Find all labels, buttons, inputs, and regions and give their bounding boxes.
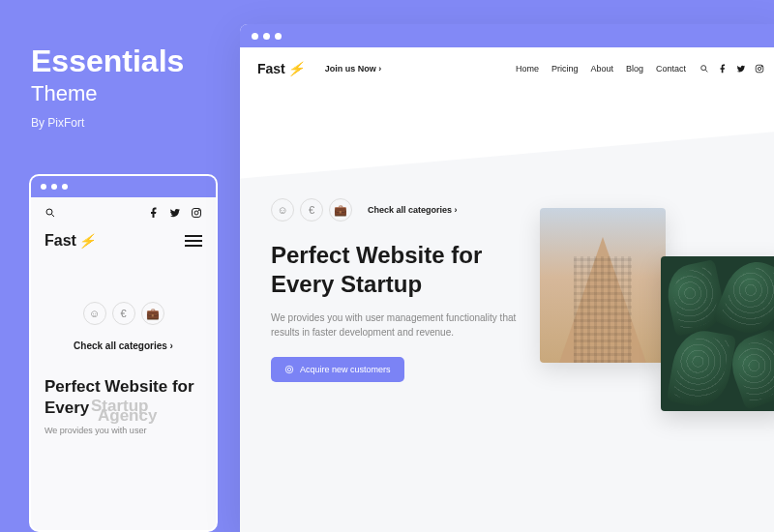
- svg-point-4: [198, 210, 199, 211]
- hero-section: ☺ € 💼 Check all categories › Perfect Web…: [271, 198, 522, 382]
- nav-pricing[interactable]: Pricing: [551, 64, 579, 74]
- svg-line-6: [705, 70, 707, 72]
- main-navigation: Fast⚡ Join us Now › Home Pricing About B…: [240, 47, 774, 90]
- facebook-icon[interactable]: [718, 64, 728, 74]
- svg-point-3: [194, 211, 198, 215]
- svg-point-9: [761, 66, 762, 67]
- promo-title: Essentials: [31, 44, 184, 79]
- hero-headline: Perfect Website for Every Startup Agency: [45, 376, 202, 419]
- hero-images: [540, 208, 666, 363]
- plant-image: [661, 256, 774, 411]
- globe-icon: €: [112, 302, 135, 325]
- nav-about[interactable]: About: [590, 64, 613, 74]
- svg-line-1: [52, 215, 55, 218]
- target-icon: [284, 365, 294, 374]
- promo-subtitle: Theme: [31, 81, 184, 106]
- mobile-window-chrome: [31, 176, 216, 197]
- hero-subtext: We provides you with user management fun…: [271, 310, 522, 340]
- promo-byline: By PixFort: [31, 116, 184, 130]
- acquire-customers-button[interactable]: Acquire new customers: [271, 357, 404, 382]
- globe-icon: €: [300, 198, 323, 222]
- briefcase-icon: 💼: [329, 198, 352, 222]
- facebook-icon[interactable]: [148, 207, 160, 219]
- hero-subtext: We provides you with user: [45, 425, 202, 438]
- promo-sidebar: Essentials Theme By PixFort: [31, 44, 184, 130]
- nav-blog[interactable]: Blog: [626, 64, 643, 74]
- svg-point-0: [46, 209, 52, 215]
- category-icons: ☺ € 💼: [271, 198, 352, 222]
- search-icon[interactable]: [700, 64, 709, 74]
- mobile-preview: Fast⚡ ☺ € 💼 Check all categories › Perfe…: [29, 174, 218, 532]
- search-icon[interactable]: [45, 207, 56, 219]
- person-icon: ☺: [271, 198, 294, 222]
- twitter-icon[interactable]: [169, 207, 181, 219]
- brand-logo[interactable]: Fast⚡: [257, 61, 304, 76]
- rotating-word-agency: Agency: [98, 405, 157, 427]
- desktop-preview: Fast⚡ Join us Now › Home Pricing About B…: [240, 24, 774, 532]
- category-icons: ☺ € 💼: [45, 302, 202, 325]
- person-icon: ☺: [83, 302, 106, 325]
- check-categories-link[interactable]: Check all categories ›: [45, 340, 202, 351]
- cta-label: Acquire new customers: [300, 365, 391, 374]
- hamburger-menu-icon[interactable]: [185, 235, 202, 247]
- instagram-icon[interactable]: [191, 207, 202, 219]
- svg-point-5: [701, 66, 706, 71]
- twitter-icon[interactable]: [736, 64, 746, 74]
- svg-point-8: [758, 67, 760, 70]
- svg-point-10: [285, 366, 293, 373]
- svg-point-11: [287, 368, 290, 370]
- briefcase-icon: 💼: [141, 302, 164, 325]
- nav-home[interactable]: Home: [516, 64, 539, 74]
- check-categories-link[interactable]: Check all categories ›: [368, 205, 458, 215]
- nav-contact[interactable]: Contact: [656, 64, 686, 74]
- hero-headline: Perfect Website for Every Startup: [271, 241, 522, 299]
- brand-logo[interactable]: Fast⚡: [45, 232, 95, 250]
- join-us-link[interactable]: Join us Now ›: [325, 64, 382, 74]
- building-image: [540, 208, 666, 363]
- instagram-icon[interactable]: [755, 64, 764, 74]
- desktop-window-chrome: [240, 24, 774, 47]
